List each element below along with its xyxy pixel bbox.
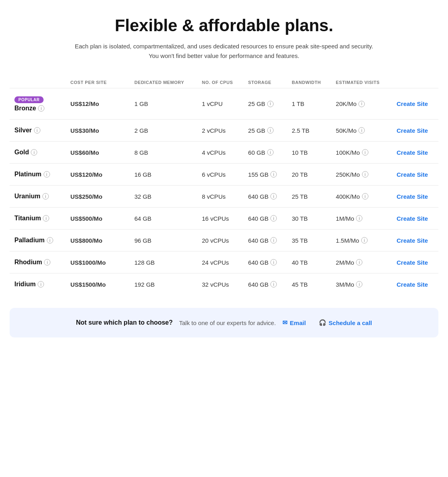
plan-action-cell: Create Site [392,230,438,251]
plan-storage: 155 GB i [243,164,287,186]
visits-info-icon[interactable]: i [356,259,362,265]
plan-cpus: 24 vCPUs [197,251,244,273]
storage-info-icon[interactable]: i [270,281,277,287]
schedule-link[interactable]: 🎧 Schedule a call [319,319,372,326]
plan-name-cell: Iridiumi [10,273,66,295]
info-icon[interactable]: i [38,281,44,287]
plan-visits: 20K/Mo i [331,88,392,120]
plan-visits: 250K/Mo i [331,164,392,186]
popular-badge: POPULAR [14,96,44,103]
storage-info-icon[interactable]: i [267,149,274,156]
plan-name: Titanium [14,215,41,222]
plan-name: Gold [14,149,29,156]
schedule-icon: 🎧 [319,319,326,326]
create-site-button[interactable]: Create Site [396,171,428,178]
create-site-button[interactable]: Create Site [396,237,428,244]
create-site-button[interactable]: Create Site [396,281,428,288]
info-icon[interactable]: i [38,105,44,112]
plan-action-cell: Create Site [392,120,438,142]
storage-info-icon[interactable]: i [267,101,274,107]
plan-name-cell: Rhodiumi [10,251,66,273]
plan-action-cell: Create Site [392,164,438,186]
plan-storage: 640 GB i [243,230,287,251]
info-icon[interactable]: i [44,171,50,178]
plan-cpus: 32 vCPUs [197,273,244,295]
plan-memory: 8 GB [130,142,197,164]
visits-info-icon[interactable]: i [362,149,368,156]
plan-storage: 640 GB i [243,208,287,230]
table-row: PalladiumiUS$800/Mo96 GB20 vCPUs640 GB i… [10,230,438,251]
table-row: IridiumiUS$1500/Mo192 GB32 vCPUs640 GB i… [10,273,438,295]
create-site-button[interactable]: Create Site [396,215,428,222]
table-row: POPULARBronzeiUS$12/Mo1 GB1 vCPU25 GB i1… [10,88,438,120]
plan-cost: US$30/Mo [66,120,130,142]
plan-visits: 50K/Mo i [331,120,392,142]
plan-bandwidth: 30 TB [287,208,331,230]
plan-bandwidth: 40 TB [287,251,331,273]
plan-visits: 2M/Mo i [331,251,392,273]
visits-info-icon[interactable]: i [362,193,368,200]
storage-info-icon[interactable]: i [267,127,274,134]
plan-cpus: 20 vCPUs [197,230,244,251]
plans-table: COST PER SITE DEDICATED MEMORY NO. OF CP… [10,77,438,295]
info-icon[interactable]: i [44,259,50,265]
visits-info-icon[interactable]: i [362,171,368,178]
plan-name: Platinum [14,171,42,178]
plan-cost: US$1500/Mo [66,273,130,295]
plan-memory: 192 GB [130,273,197,295]
visits-info-icon[interactable]: i [356,215,362,222]
plan-name-cell: Titaniumi [10,208,66,230]
plan-visits: 1.5M/Mo i [331,230,392,251]
plan-name: Iridium [14,281,36,288]
col-header-memory: DEDICATED MEMORY [130,77,197,88]
plan-bandwidth: 20 TB [287,164,331,186]
plan-cost: US$60/Mo [66,142,130,164]
email-link[interactable]: ✉ Email [282,319,306,326]
create-site-button[interactable]: Create Site [396,149,428,156]
plan-visits: 100K/Mo i [331,142,392,164]
storage-info-icon[interactable]: i [270,193,277,200]
info-icon[interactable]: i [42,193,49,200]
plan-cpus: 16 vCPUs [197,208,244,230]
create-site-button[interactable]: Create Site [396,127,428,134]
footer-question: Not sure which plan to choose? [76,319,173,326]
info-icon[interactable]: i [34,127,40,134]
plan-name: Silver [14,127,32,134]
plan-memory: 32 GB [130,186,197,208]
table-row: TitaniumiUS$500/Mo64 GB16 vCPUs640 GB i3… [10,208,438,230]
plan-name-cell: Uraniumi [10,186,66,208]
plan-cpus: 8 vCPUs [197,186,244,208]
plan-memory: 96 GB [130,230,197,251]
plan-memory: 64 GB [130,208,197,230]
plan-name: Bronze [14,105,36,112]
plan-name-cell: Palladiumi [10,230,66,251]
email-icon: ✉ [282,319,288,326]
plan-name: Rhodium [14,259,42,266]
storage-info-icon[interactable]: i [270,171,277,178]
plan-name: Palladium [14,237,45,244]
info-icon[interactable]: i [47,237,53,243]
plan-storage: 640 GB i [243,273,287,295]
schedule-label: Schedule a call [329,319,372,326]
plan-memory: 128 GB [130,251,197,273]
create-site-button[interactable]: Create Site [396,193,428,200]
create-site-button[interactable]: Create Site [396,259,428,266]
plan-storage: 640 GB i [243,186,287,208]
plan-memory: 16 GB [130,164,197,186]
table-row: SilveriUS$30/Mo2 GB2 vCPUs25 GB i2.5 TB5… [10,120,438,142]
info-icon[interactable]: i [31,149,37,156]
table-row: GoldiUS$60/Mo8 GB4 vCPUs60 GB i10 TB100K… [10,142,438,164]
storage-info-icon[interactable]: i [270,237,277,243]
plan-cost: US$120/Mo [66,164,130,186]
plan-bandwidth: 2.5 TB [287,120,331,142]
visits-info-icon[interactable]: i [358,127,365,134]
visits-info-icon[interactable]: i [356,281,362,287]
plan-cost: US$250/Mo [66,186,130,208]
info-icon[interactable]: i [43,215,49,222]
visits-info-icon[interactable]: i [358,101,365,107]
storage-info-icon[interactable]: i [270,259,277,265]
table-row: PlatinumiUS$120/Mo16 GB6 vCPUs155 GB i20… [10,164,438,186]
visits-info-icon[interactable]: i [361,237,368,243]
create-site-button[interactable]: Create Site [396,100,428,107]
storage-info-icon[interactable]: i [270,215,277,222]
